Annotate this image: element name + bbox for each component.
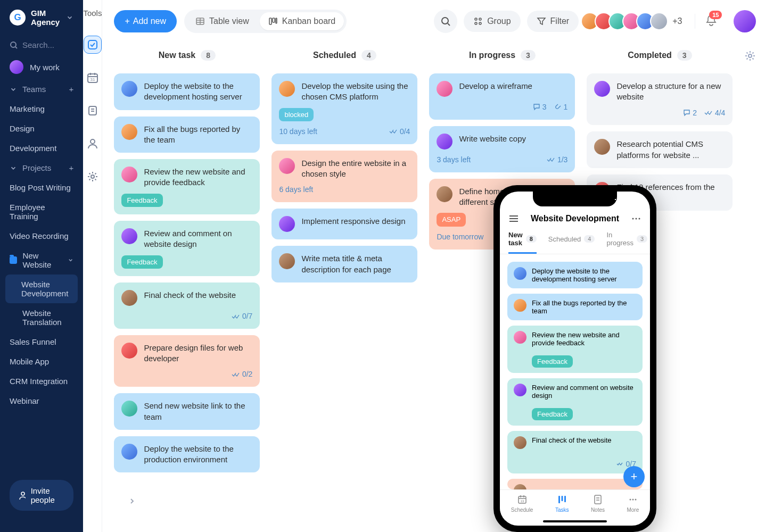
member-avatars[interactable]: +3	[585, 12, 682, 30]
svg-point-19	[632, 218, 634, 220]
sidebar-item-mywork[interactable]: My work	[0, 55, 83, 79]
assignee-avatar	[121, 343, 137, 359]
task-card[interactable]: Develop the website using the chosen CMS…	[271, 73, 417, 144]
sidebar-project[interactable]: Mobile App	[0, 352, 83, 371]
task-card[interactable]: Deploy the website to the development ho…	[114, 73, 260, 110]
column-count: 3	[677, 50, 692, 61]
svg-point-29	[632, 499, 633, 501]
sidebar-team[interactable]: Marketing	[0, 99, 83, 119]
sidebar-team[interactable]: Development	[0, 138, 83, 158]
sidebar-section-teams[interactable]: Teams +	[0, 79, 83, 99]
sidebar-project[interactable]: Video Recording	[0, 226, 83, 246]
card-tag: blocked	[279, 108, 314, 122]
task-card[interactable]: Develop a structure for a new website24/…	[587, 73, 733, 125]
sidebar-project[interactable]: CRM Integration	[0, 371, 83, 391]
phone-task-card[interactable]	[507, 479, 643, 489]
add-team-button[interactable]: +	[69, 85, 74, 94]
sidebar-project[interactable]: Blog Post Writing	[0, 178, 83, 197]
assignee-avatar	[594, 81, 610, 97]
add-new-button[interactable]: + Add new	[114, 10, 177, 32]
schedule-icon: 13	[517, 494, 528, 506]
task-card[interactable]: Send new website link to the team	[114, 393, 260, 430]
view-kanban[interactable]: Kanban board	[260, 12, 344, 30]
task-card[interactable]: Review and comment on website designFeed…	[114, 221, 260, 276]
phone-task-card[interactable]: Review the new website and provide feedb…	[507, 326, 643, 373]
card-title: Write meta title & meta description for …	[301, 253, 410, 275]
task-card[interactable]: Deploy the website to the production env…	[114, 436, 260, 473]
task-card[interactable]: Final check of the website0/7	[114, 282, 260, 329]
phone-card-list[interactable]: Deploy the website to the development ho…	[500, 254, 650, 489]
card-title: Fix all the bugs reported by the team	[532, 299, 636, 315]
add-project-button[interactable]: +	[69, 163, 74, 172]
more-icon[interactable]	[631, 214, 641, 223]
notification-badge: 15	[709, 11, 722, 19]
card-title: Fix all the bugs reported by the team	[144, 124, 252, 146]
column-title: In progress	[469, 51, 515, 60]
assignee-avatar	[121, 167, 137, 182]
task-card[interactable]: Design the entire website in a chosen st…	[271, 151, 417, 202]
card-title: Implement responsive design	[301, 216, 405, 227]
svg-point-16	[479, 22, 481, 24]
checklist-count: 4/4	[704, 108, 725, 118]
search-button[interactable]	[434, 10, 457, 33]
task-card[interactable]: Fix all the bugs reported by the team	[114, 117, 260, 153]
grid-icon	[473, 16, 483, 26]
signal-icons	[614, 195, 640, 203]
board-settings-button[interactable]	[744, 50, 756, 64]
svg-text:13: 13	[520, 500, 524, 503]
search-input[interactable]: Search...	[0, 35, 83, 55]
sidebar-project-active[interactable]: Website Development	[5, 275, 78, 303]
sidebar-team[interactable]: Design	[0, 119, 83, 138]
task-card[interactable]: Write website copy3 days left1/3	[429, 126, 575, 172]
phone-task-card[interactable]: Review and comment on website designFeed…	[507, 378, 643, 426]
sidebar-project[interactable]: Employee Training	[0, 197, 83, 226]
column-header: In progress 3	[429, 43, 575, 73]
task-card[interactable]: Review the new website and provide feedb…	[114, 159, 260, 214]
invite-people-button[interactable]: Invite people	[10, 480, 73, 511]
workspace-switcher[interactable]: G GIM Agency	[0, 0, 83, 35]
rail-notes-button[interactable]	[84, 102, 102, 120]
user-plus-icon	[18, 491, 26, 500]
phone-add-button[interactable]: +	[623, 466, 645, 487]
notifications-button[interactable]: 15	[695, 14, 718, 29]
task-card[interactable]: Research potential CMS platforms for web…	[587, 131, 733, 168]
sidebar-project[interactable]: Website Translation	[0, 303, 83, 332]
svg-rect-10	[273, 18, 275, 22]
phone-tab[interactable]: New task8	[508, 231, 537, 254]
task-card[interactable]: Prepare design files for web developer0/…	[114, 335, 260, 387]
rail-people-button[interactable]	[84, 135, 102, 153]
view-table[interactable]: Table view	[187, 12, 258, 30]
phone-nav-more[interactable]: More	[627, 494, 639, 513]
phone-nav-notes[interactable]: Notes	[591, 494, 605, 513]
menu-icon[interactable]	[508, 214, 519, 223]
task-card[interactable]: Develop a wireframe31	[429, 73, 575, 120]
column-count: 4	[361, 50, 376, 61]
task-card[interactable]: Write meta title & meta description for …	[271, 246, 417, 282]
user-avatar[interactable]	[734, 10, 756, 32]
sidebar-project[interactable]: Webinar	[0, 391, 83, 411]
collapse-sidebar-button[interactable]	[128, 497, 136, 505]
rail-settings-button[interactable]	[84, 168, 102, 186]
column-count: 3	[521, 50, 536, 61]
phone-task-card[interactable]: Fix all the bugs reported by the team	[507, 294, 643, 320]
sidebar-project[interactable]: Sales Funnel	[0, 332, 83, 352]
rail-tasks-button[interactable]	[84, 36, 102, 54]
phone-nav-schedule[interactable]: 13Schedule	[511, 494, 533, 513]
phone-nav-tasks[interactable]: Tasks	[555, 494, 569, 513]
group-button[interactable]: Group	[464, 11, 520, 32]
phone-tab[interactable]: Scheduled4	[548, 231, 595, 254]
assignee-avatar	[279, 253, 295, 269]
phone-task-card[interactable]: Deploy the website to the development ho…	[507, 262, 643, 288]
sidebar-folder[interactable]: New Website	[0, 246, 83, 275]
task-card[interactable]: Implement responsive design	[271, 209, 417, 239]
svg-point-21	[639, 218, 640, 220]
chevron-down-icon	[10, 86, 17, 93]
rail-calendar-button[interactable]: 31	[84, 69, 102, 87]
chevron-down-icon	[68, 256, 73, 264]
sidebar-section-projects[interactable]: Projects +	[0, 158, 83, 178]
phone-task-card[interactable]: Final check of the website0/7	[507, 431, 643, 473]
filter-button[interactable]: Filter	[527, 11, 579, 32]
svg-rect-27	[595, 495, 601, 504]
phone-tab[interactable]: In progress3	[606, 231, 647, 254]
card-tag: Feedback	[532, 355, 573, 368]
